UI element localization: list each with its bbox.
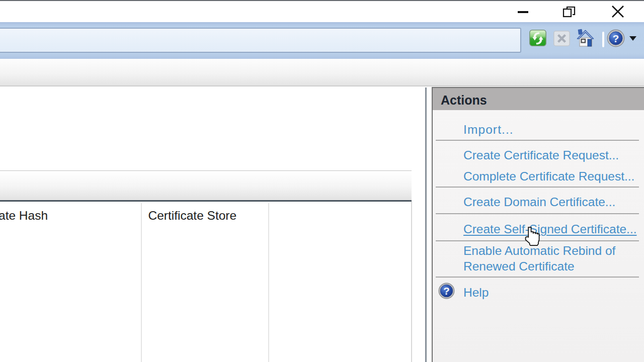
svg-text:?: ? <box>613 33 619 44</box>
svg-text:?: ? <box>443 285 450 297</box>
